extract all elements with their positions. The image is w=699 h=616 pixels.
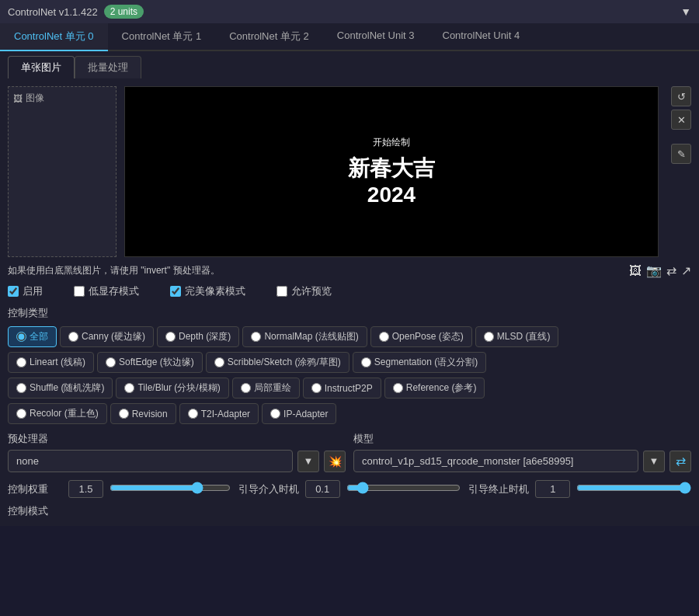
checkbox-enable-input[interactable]: [8, 286, 19, 297]
model-refresh-btn[interactable]: ⇄: [669, 451, 691, 472]
tab-unit-2[interactable]: ControlNet 单元 2: [215, 23, 323, 51]
radio-openpose-input[interactable]: [379, 332, 389, 342]
top-arrow-icon[interactable]: ▼: [680, 5, 691, 18]
tab-unit-3[interactable]: ControlNet Unit 3: [323, 23, 429, 51]
start-slider[interactable]: [346, 482, 461, 494]
tab-unit-0[interactable]: ControlNet 单元 0: [0, 23, 108, 51]
tab-unit-4[interactable]: ControlNet Unit 4: [429, 23, 534, 51]
radio-tile-input[interactable]: [124, 383, 134, 393]
subtab-batch[interactable]: 批量处理: [75, 56, 141, 78]
checkbox-pixel-perfect-input[interactable]: [170, 286, 181, 297]
radio-mlsd[interactable]: MLSD (直线): [475, 326, 559, 347]
icon-camera[interactable]: 📷: [646, 263, 662, 278]
weight-label: 控制权重: [8, 482, 62, 496]
radio-inpaint-label: 局部重绘: [254, 381, 291, 395]
canvas-reset-btn[interactable]: ↺: [671, 86, 691, 106]
subtab-single[interactable]: 单张图片: [8, 56, 75, 78]
radio-lineart[interactable]: Lineart (线稿): [8, 352, 94, 373]
radio-revision[interactable]: Revision: [110, 403, 176, 424]
preprocessor-select[interactable]: none: [8, 450, 293, 472]
radio-lineart-input[interactable]: [16, 357, 26, 367]
end-label: 引导终止时机: [468, 482, 529, 496]
radio-segmentation-input[interactable]: [361, 357, 371, 367]
radio-openpose[interactable]: OpenPose (姿态): [370, 326, 472, 347]
tab-unit-1[interactable]: ControlNet 单元 1: [108, 23, 216, 51]
preprocessor-model-section: 预处理器 none ▼ 💥 模型 control_v1p_sd15_qrcode…: [8, 432, 691, 472]
radio-revision-input[interactable]: [119, 409, 129, 419]
radio-softedge[interactable]: SoftEdge (软边缘): [97, 352, 203, 373]
radio-instructp2p-input[interactable]: [311, 383, 322, 393]
radio-recolor-input[interactable]: [16, 409, 26, 419]
checkbox-low-vram-input[interactable]: [74, 286, 85, 297]
checkbox-allow-preview[interactable]: 允许预览: [276, 284, 332, 298]
start-value: 0.1: [305, 480, 340, 498]
canvas-edit-btn[interactable]: ✎: [671, 144, 691, 164]
model-label: 模型: [353, 432, 691, 446]
control-type-row2: Lineart (线稿) SoftEdge (软边缘) Scribble/Ske…: [8, 352, 691, 373]
radio-softedge-label: SoftEdge (软边缘): [119, 356, 194, 369]
preprocessor-label: 预处理器: [8, 432, 346, 446]
radio-recolor[interactable]: Recolor (重上色): [8, 403, 107, 424]
radio-shuffle[interactable]: Shuffle (随机洗牌): [8, 378, 113, 398]
radio-depth-label: Depth (深度): [179, 330, 231, 343]
radio-t2i-input[interactable]: [188, 409, 198, 419]
image-upload-area[interactable]: 🖼 图像: [8, 86, 116, 257]
radio-all[interactable]: 全部: [8, 326, 57, 347]
checkbox-enable[interactable]: 启用: [8, 284, 43, 298]
radio-instructp2p[interactable]: InstructP2P: [303, 378, 381, 398]
radio-lineart-label: Lineart (线稿): [30, 356, 85, 369]
control-mode-label: 控制模式: [8, 504, 691, 518]
radio-canny-label: Canny (硬边缘): [82, 330, 145, 343]
sliders-row: 控制权重 1.5 引导介入时机 0.1 引导终止时机 1: [8, 480, 691, 498]
radio-all-input[interactable]: [16, 332, 26, 342]
preprocessor-refresh-btn[interactable]: 💥: [324, 451, 346, 472]
radio-inpaint[interactable]: 局部重绘: [232, 378, 300, 398]
preprocessor-select-wrapper: none ▼ 💥: [8, 450, 346, 472]
radio-canny-input[interactable]: [68, 332, 78, 342]
radio-mlsd-label: MLSD (直线): [497, 330, 551, 343]
radio-ip-adapter-input[interactable]: [270, 409, 280, 419]
radio-segmentation-label: Segmentation (语义分割): [374, 356, 478, 369]
radio-inpaint-input[interactable]: [241, 383, 251, 393]
radio-reference[interactable]: Reference (参考): [384, 378, 485, 398]
radio-reference-input[interactable]: [393, 383, 403, 393]
radio-scribble[interactable]: Scribble/Sketch (涂鸦/草图): [206, 352, 350, 373]
weight-slider[interactable]: [110, 482, 231, 494]
radio-recolor-label: Recolor (重上色): [30, 407, 99, 420]
radio-softedge-input[interactable]: [106, 357, 116, 367]
radio-mlsd-input[interactable]: [484, 332, 494, 342]
radio-depth-input[interactable]: [165, 332, 176, 342]
model-select-arrow[interactable]: ▼: [643, 451, 665, 472]
sub-tab-bar: 单张图片 批量处理: [0, 51, 699, 78]
model-select[interactable]: control_v1p_sd15_qrcode_monster [a6e5899…: [353, 450, 638, 472]
end-slider[interactable]: [576, 482, 691, 494]
preprocessor-select-arrow[interactable]: ▼: [297, 451, 319, 472]
radio-tile[interactable]: Tile/Blur (分块/模糊): [116, 378, 228, 398]
radio-reference-label: Reference (参考): [406, 381, 477, 395]
checkbox-allow-preview-input[interactable]: [276, 286, 287, 297]
canvas-tools: ↺ ✕ ✎: [671, 86, 691, 257]
radio-segmentation[interactable]: Segmentation (语义分割): [353, 352, 486, 373]
radio-t2i-label: T2I-Adapter: [201, 409, 250, 419]
radio-normalmap-input[interactable]: [251, 332, 261, 342]
image-icon: 🖼: [13, 93, 23, 104]
radio-scribble-label: Scribble/Sketch (涂鸦/草图): [228, 356, 341, 369]
radio-depth[interactable]: Depth (深度): [157, 326, 239, 347]
checkbox-low-vram[interactable]: 低显存模式: [74, 284, 139, 298]
radio-scribble-input[interactable]: [214, 357, 224, 367]
model-select-wrapper: control_v1p_sd15_qrcode_monster [a6e5899…: [353, 450, 691, 472]
radio-shuffle-input[interactable]: [16, 383, 26, 393]
radio-ip-adapter[interactable]: IP-Adapter: [262, 403, 336, 424]
end-value: 1: [535, 480, 570, 498]
radio-canny[interactable]: Canny (硬边缘): [60, 326, 154, 347]
icon-upload[interactable]: ↗: [681, 263, 691, 278]
checkbox-pixel-perfect[interactable]: 完美像素模式: [170, 284, 245, 298]
radio-normalmap[interactable]: NormalMap (法线贴图): [242, 326, 367, 347]
radio-t2i[interactable]: T2I-Adapter: [179, 403, 259, 424]
icon-swap[interactable]: ⇄: [666, 263, 676, 278]
warning-text: 如果使用白底黑线图片，请使用 "invert" 预处理器。: [8, 264, 220, 277]
canvas-clear-btn[interactable]: ✕: [671, 110, 691, 130]
radio-openpose-label: OpenPose (姿态): [392, 330, 464, 343]
icon-image[interactable]: 🖼: [629, 264, 642, 278]
checkbox-low-vram-label: 低显存模式: [89, 284, 139, 298]
